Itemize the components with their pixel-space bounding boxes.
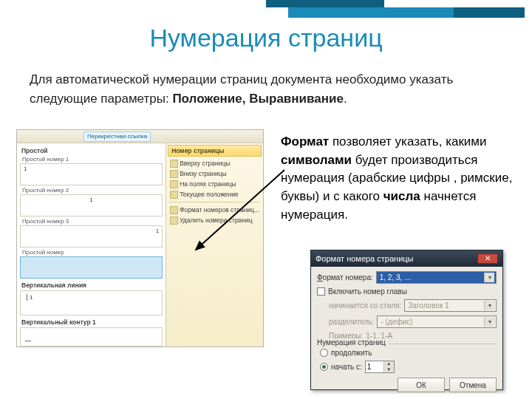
row-continue: продолжить (317, 349, 497, 357)
spinner-down-icon[interactable]: ▼ (383, 367, 394, 373)
page-number-sample: 1 (89, 197, 92, 203)
gallery-group-2: Вертикальная линия (21, 282, 163, 289)
slide-title: Нумерация страниц (0, 24, 532, 52)
intro-end: . (344, 92, 347, 106)
cancel-button[interactable]: Отмена (449, 378, 497, 392)
word-ribbon: Перекрестная ссылка (17, 130, 263, 143)
gallery-item-label: Простой номер (22, 249, 64, 256)
row-include-chapter: Включить номер главы (317, 287, 497, 296)
format-t1: позволяет указать, какими (329, 134, 486, 149)
decor-banner-dark (266, 0, 384, 7)
dialog-title: Формат номера страницы (316, 254, 414, 263)
intro-text: Для автоматической нумерации страниц док… (30, 70, 502, 109)
dialog-buttons: ОК Отмена (317, 378, 497, 392)
page-number-sample: — (25, 337, 31, 344)
row-start-style: начинается со стиля: Заголовок 1 ▾ (317, 299, 497, 312)
format-b3: числа (383, 189, 420, 203)
format-text: Формат позволяет указать, какими символа… (281, 133, 525, 224)
separator-value: - (дефис) (381, 318, 412, 326)
ribbon-chip: Перекрестная ссылка (83, 132, 151, 142)
gallery-item[interactable]: Простой номер 2 1 (20, 194, 163, 216)
format-page-number-dialog: Формат номера страницы ✕ Формат номера: … (310, 250, 503, 390)
gallery-item[interactable]: Простой номер 1 1 (20, 163, 163, 185)
chevron-down-icon: ▾ (484, 301, 494, 310)
word-gallery-screenshot: Перекрестная ссылка Простой Простой номе… (16, 129, 264, 347)
ok-button[interactable]: ОК (398, 378, 445, 392)
dialog-titlebar: Формат номера страницы ✕ (311, 250, 502, 267)
gallery-item[interactable]: — (20, 327, 163, 347)
format-label: Формат номера: (317, 273, 373, 282)
page-number-sample: 1 (24, 166, 27, 172)
include-chapter-label: Включить номер главы (328, 287, 407, 296)
page-number-gallery: Простой Простой номер 1 1 Простой номер … (17, 143, 166, 347)
menu-item-top[interactable]: Вверху страницы (168, 158, 262, 168)
separator-label: разделитель: (329, 318, 374, 326)
decor-banner (288, 7, 525, 18)
separator-combo: - (дефис) ▾ (377, 316, 497, 328)
radio-continue[interactable] (320, 349, 328, 357)
format-b1: Формат (281, 134, 329, 149)
radio-continue-label: продолжить (331, 349, 372, 357)
format-value: 1, 2, 3, … (380, 273, 412, 282)
gallery-item[interactable]: 1 (20, 290, 163, 316)
gallery-item[interactable]: Простой номер 3 1 (20, 225, 163, 248)
spinner-up-icon[interactable]: ▲ (383, 361, 394, 367)
menu-item-bottom[interactable]: Внизу страницы (168, 168, 262, 179)
row-format: Формат номера: 1, 2, 3, … ▾ (317, 271, 497, 284)
menu-item-margins[interactable]: На полях страницы (168, 179, 262, 189)
page-number-sample: 1 (156, 228, 159, 234)
gallery-item-selected[interactable]: Простой номер (20, 256, 163, 279)
start-at-input[interactable] (366, 361, 383, 372)
group-separator: Нумерация страниц (317, 344, 497, 344)
radio-start-label: начать с: (331, 363, 362, 371)
menu-header: Номер страницы (168, 145, 262, 157)
start-style-value: Заголовок 1 (408, 301, 449, 310)
start-style-label: начинается со стиля: (329, 301, 401, 310)
menu-item-remove[interactable]: Удалить номера страниц (168, 215, 262, 225)
group-title: Нумерация страниц (317, 338, 389, 347)
format-b2: символами (281, 153, 352, 167)
menu-item-format[interactable]: Формат номеров страниц... (168, 205, 262, 215)
gallery-group-1: Простой (21, 147, 163, 154)
page-number-sample: 1 (27, 294, 33, 301)
row-start-at: начать с: ▲ ▼ (317, 361, 497, 373)
gallery-item-label: Простой номер 2 (22, 187, 69, 194)
start-at-spinner[interactable]: ▲ ▼ (365, 361, 395, 373)
gallery-group-3: Вертикальный контур 1 (21, 318, 163, 326)
start-style-combo: Заголовок 1 ▾ (404, 299, 497, 312)
intro-bold: Положение, Выравнивание (172, 92, 343, 106)
chevron-down-icon: ▾ (484, 317, 494, 327)
menu-separator (169, 202, 260, 202)
page-number-menu: Номер страницы Вверху страницы Внизу стр… (166, 143, 263, 347)
gallery-item-label: Простой номер 3 (22, 218, 69, 225)
include-chapter-checkbox[interactable] (317, 287, 325, 296)
radio-start-at[interactable] (320, 363, 328, 371)
format-combo[interactable]: 1, 2, 3, … ▾ (376, 271, 497, 284)
row-separator: разделитель: - (дефис) ▾ (317, 316, 497, 328)
close-icon[interactable]: ✕ (477, 253, 498, 264)
menu-item-current[interactable]: Текущее положение (168, 189, 262, 200)
chevron-down-icon: ▾ (484, 273, 494, 282)
gallery-item-label: Простой номер 1 (22, 156, 69, 163)
